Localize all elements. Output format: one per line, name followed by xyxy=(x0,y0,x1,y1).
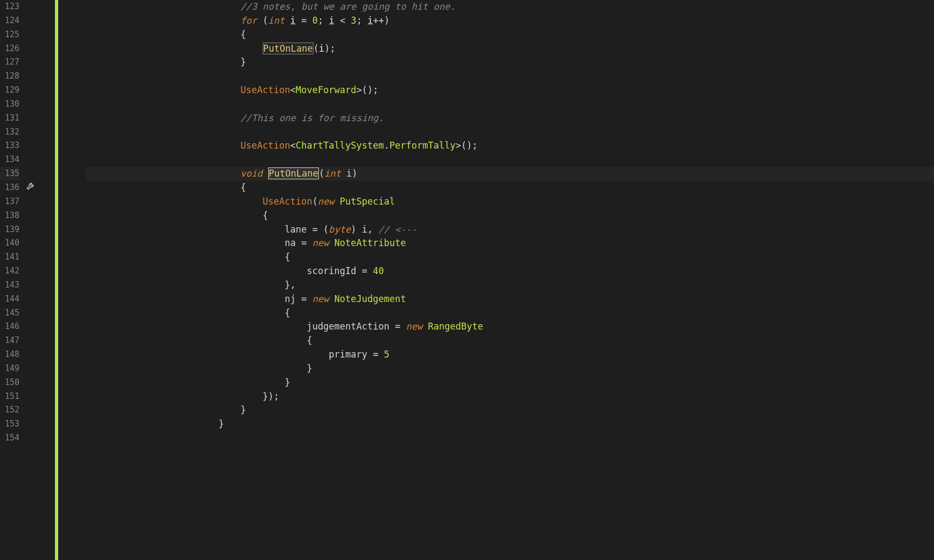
code-line[interactable]: { xyxy=(86,28,934,42)
code-line[interactable]: //3 notes, but we are going to hit one. xyxy=(86,0,934,14)
line-number: 126 xyxy=(0,42,19,56)
code-line[interactable] xyxy=(86,431,934,445)
line-number: 128 xyxy=(0,69,19,83)
line-number: 136 xyxy=(0,181,19,195)
line-number: 127 xyxy=(0,55,19,69)
code-line[interactable]: { xyxy=(86,250,934,264)
code-line[interactable]: PutOnLane(i); xyxy=(86,42,934,56)
code-line[interactable] xyxy=(86,69,934,83)
code-content-area[interactable]: //3 notes, but we are going to hit one. … xyxy=(86,0,934,560)
code-line[interactable]: }, xyxy=(86,278,934,292)
line-number: 133 xyxy=(0,139,19,153)
code-line[interactable]: } xyxy=(86,362,934,376)
line-number: 138 xyxy=(0,209,19,223)
code-line[interactable]: UseAction<ChartTallySystem.PerformTally>… xyxy=(86,139,934,153)
line-number: 146 xyxy=(0,320,19,334)
code-line[interactable]: } xyxy=(86,417,934,431)
code-line[interactable]: UseAction(new PutSpecial xyxy=(86,195,934,209)
code-line[interactable] xyxy=(86,97,934,111)
line-number: 135 xyxy=(0,167,19,181)
fold-column xyxy=(58,0,86,560)
line-number: 144 xyxy=(0,292,19,306)
code-line[interactable]: { xyxy=(86,306,934,320)
line-number: 139 xyxy=(0,223,19,237)
selection-occurrence-current: PutOnLane xyxy=(268,167,319,179)
code-line[interactable]: for (int i = 0; i < 3; i++) xyxy=(86,14,934,28)
line-number: 150 xyxy=(0,376,19,390)
line-number: 130 xyxy=(0,97,19,111)
code-line[interactable] xyxy=(86,153,934,167)
line-number: 129 xyxy=(0,83,19,97)
line-number: 140 xyxy=(0,236,19,250)
quick-fix-icon[interactable] xyxy=(26,181,36,193)
code-line[interactable]: }); xyxy=(86,390,934,404)
code-line[interactable]: judgementAction = new RangedByte xyxy=(86,320,934,334)
line-number: 149 xyxy=(0,362,19,376)
line-number: 143 xyxy=(0,278,19,292)
line-number: 147 xyxy=(0,334,19,348)
line-number: 148 xyxy=(0,348,19,362)
code-line[interactable]: UseAction<MoveForward>(); xyxy=(86,83,934,97)
line-number: 123 xyxy=(0,0,19,14)
line-number: 151 xyxy=(0,390,19,404)
line-number: 153 xyxy=(0,417,19,431)
code-line[interactable]: } xyxy=(86,376,934,390)
code-line[interactable]: na = new NoteAttribute xyxy=(86,236,934,250)
line-number: 131 xyxy=(0,111,19,125)
line-number: 145 xyxy=(0,306,19,320)
code-line[interactable]: primary = 5 xyxy=(86,348,934,362)
line-number: 142 xyxy=(0,264,19,278)
code-line[interactable] xyxy=(86,125,934,139)
code-line[interactable]: void PutOnLane(int i) xyxy=(86,167,934,181)
line-number: 152 xyxy=(0,403,19,417)
code-line[interactable]: { xyxy=(86,209,934,223)
line-number: 137 xyxy=(0,195,19,209)
line-number: 132 xyxy=(0,125,19,139)
line-number: 124 xyxy=(0,14,19,28)
line-number: 125 xyxy=(0,28,19,42)
line-number: 154 xyxy=(0,431,19,445)
code-line[interactable]: { xyxy=(86,181,934,195)
marker-column xyxy=(23,0,55,560)
code-line[interactable]: } xyxy=(86,55,934,69)
selection-occurrence: PutOnLane xyxy=(263,43,313,54)
code-line[interactable]: scoringId = 40 xyxy=(86,264,934,278)
code-editor: 1231241251261271281291301311321331341351… xyxy=(0,0,934,560)
line-number-gutter: 1231241251261271281291301311321331341351… xyxy=(0,0,23,560)
code-line[interactable]: //This one is for missing. xyxy=(86,111,934,125)
code-line[interactable]: { xyxy=(86,334,934,348)
code-line[interactable]: } xyxy=(86,403,934,417)
line-number: 134 xyxy=(0,153,19,167)
line-number: 141 xyxy=(0,250,19,264)
code-line[interactable]: lane = (byte) i, // <--- xyxy=(86,223,934,237)
code-line[interactable]: nj = new NoteJudgement xyxy=(86,292,934,306)
